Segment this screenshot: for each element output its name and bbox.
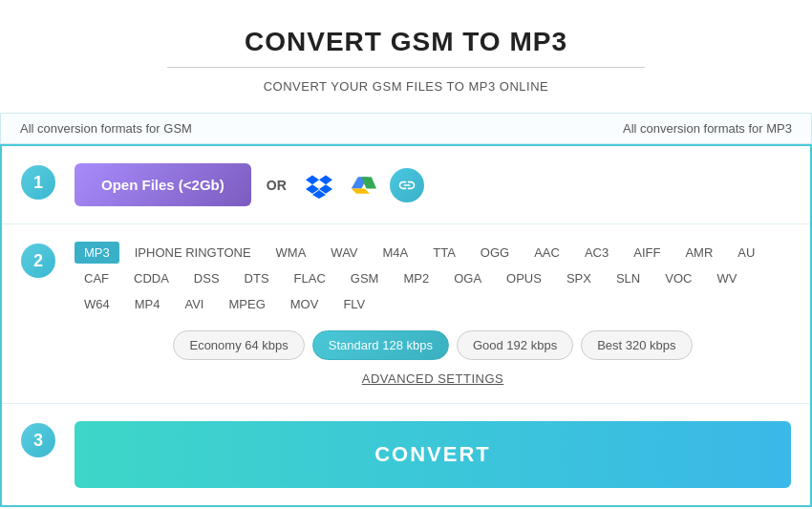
- page-title: CONVERT GSM TO MP3: [19, 27, 793, 57]
- step-2-number: 2: [21, 244, 55, 278]
- step-3-row: 3 CONVERT: [2, 404, 810, 505]
- format-tag-opus[interactable]: OPUS: [497, 267, 551, 289]
- header-subtitle: CONVERT YOUR GSM FILES TO MP3 ONLINE: [19, 79, 793, 94]
- format-tag-aiff[interactable]: AIFF: [624, 242, 670, 264]
- step-1-number: 1: [21, 165, 55, 200]
- format-tag-mp2[interactable]: MP2: [394, 267, 438, 289]
- format-grid: MP3IPHONE RINGTONEWMAWAVM4ATTAOGGAACAC3A…: [75, 242, 791, 315]
- format-tag-mpeg[interactable]: MPEG: [219, 293, 274, 315]
- format-tag-voc[interactable]: VOC: [655, 267, 701, 289]
- step-3-content: CONVERT: [75, 421, 791, 488]
- format-tag-wv[interactable]: WV: [707, 267, 746, 289]
- format-tag-avi[interactable]: AVI: [175, 293, 213, 315]
- cloud-icons: [302, 168, 424, 202]
- format-tag-gsm[interactable]: GSM: [341, 267, 389, 289]
- step-1-content: Open Files (<2Gb) OR: [75, 163, 791, 206]
- nav-gsm-link[interactable]: All conversion formats for GSM: [20, 121, 192, 136]
- step-3-number: 3: [21, 423, 55, 457]
- format-tag-dss[interactable]: DSS: [184, 267, 229, 289]
- format-tag-tta[interactable]: TTA: [423, 242, 465, 264]
- format-tag-wav[interactable]: WAV: [321, 242, 367, 264]
- quality-row: Economy 64 kbpsStandard 128 kbpsGood 192…: [75, 330, 791, 360]
- header-divider: [167, 67, 645, 68]
- nav-mp3-link[interactable]: All conversion formats for MP3: [623, 121, 792, 136]
- quality-btn-standard-128-kbps[interactable]: Standard 128 kbps: [312, 330, 449, 360]
- open-files-row: Open Files (<2Gb) OR: [75, 163, 791, 206]
- format-tag-m4a[interactable]: M4A: [374, 242, 418, 264]
- format-tag-w64[interactable]: W64: [75, 293, 119, 315]
- format-tag-mp3[interactable]: MP3: [75, 242, 119, 264]
- format-tag-iphone-ringtone[interactable]: IPHONE RINGTONE: [125, 242, 261, 264]
- gdrive-icon[interactable]: [346, 168, 380, 202]
- format-tag-cdda[interactable]: CDDA: [124, 267, 179, 289]
- format-tag-sln[interactable]: SLN: [607, 267, 650, 289]
- format-tag-flv[interactable]: FLV: [333, 293, 374, 315]
- format-tag-oga[interactable]: OGA: [444, 267, 491, 289]
- quality-btn-best-320-kbps[interactable]: Best 320 kbps: [581, 330, 692, 360]
- format-tag-mov[interactable]: MOV: [281, 293, 329, 315]
- format-tag-ogg[interactable]: OGG: [471, 242, 519, 264]
- link-icon[interactable]: [390, 168, 424, 202]
- format-tag-flac[interactable]: FLAC: [285, 267, 335, 289]
- format-tag-mp4[interactable]: MP4: [125, 293, 170, 315]
- convert-button[interactable]: CONVERT: [75, 421, 791, 488]
- format-tag-ac3[interactable]: AC3: [575, 242, 618, 264]
- main-content: 1 Open Files (<2Gb) OR: [0, 144, 812, 507]
- step-2-row: 2 MP3IPHONE RINGTONEWMAWAVM4ATTAOGGAACAC…: [2, 224, 810, 404]
- or-label: OR: [267, 178, 287, 193]
- format-tag-au[interactable]: AU: [728, 242, 764, 264]
- page-header: CONVERT GSM TO MP3 CONVERT YOUR GSM FILE…: [0, 0, 812, 103]
- nav-bar: All conversion formats for GSM All conve…: [0, 113, 812, 144]
- format-tag-aac[interactable]: AAC: [524, 242, 569, 264]
- quality-btn-good-192-kbps[interactable]: Good 192 kbps: [457, 330, 573, 360]
- format-tag-amr[interactable]: AMR: [675, 242, 722, 264]
- step-2-content: MP3IPHONE RINGTONEWMAWAVM4ATTAOGGAACAC3A…: [75, 242, 791, 386]
- format-tag-spx[interactable]: SPX: [557, 267, 601, 289]
- quality-btn-economy-64-kbps[interactable]: Economy 64 kbps: [173, 330, 304, 360]
- format-tag-wma[interactable]: WMA: [267, 242, 316, 264]
- dropbox-icon[interactable]: [302, 168, 336, 202]
- step-1-row: 1 Open Files (<2Gb) OR: [2, 146, 810, 224]
- open-files-button[interactable]: Open Files (<2Gb): [75, 163, 251, 206]
- advanced-settings-link[interactable]: ADVANCED SETTINGS: [75, 371, 791, 386]
- format-tag-caf[interactable]: CAF: [75, 267, 118, 289]
- format-tag-dts[interactable]: DTS: [235, 267, 279, 289]
